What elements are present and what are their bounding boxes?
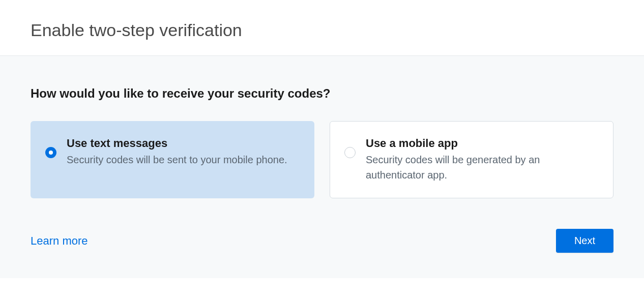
options-row: Use text messages Security codes will be… bbox=[31, 121, 613, 198]
option-description: Security codes will be sent to your mobi… bbox=[67, 152, 299, 167]
question-heading: How would you like to receive your secur… bbox=[31, 86, 613, 101]
option-mobile-app[interactable]: Use a mobile app Security codes will be … bbox=[330, 121, 613, 198]
option-description: Security codes will be generated by an a… bbox=[366, 152, 598, 183]
page-title: Enable two-step verification bbox=[31, 20, 613, 40]
radio-icon bbox=[344, 147, 356, 158]
header-section: Enable two-step verification bbox=[0, 0, 644, 56]
option-title: Use text messages bbox=[67, 137, 299, 150]
option-title: Use a mobile app bbox=[366, 137, 598, 150]
content-section: How would you like to receive your secur… bbox=[0, 56, 644, 278]
option-text-messages[interactable]: Use text messages Security codes will be… bbox=[31, 121, 314, 198]
learn-more-link[interactable]: Learn more bbox=[31, 234, 88, 248]
radio-icon bbox=[45, 147, 56, 158]
option-text-content: Use text messages Security codes will be… bbox=[67, 137, 299, 167]
footer-row: Learn more Next bbox=[31, 229, 613, 253]
option-text-content: Use a mobile app Security codes will be … bbox=[366, 137, 598, 183]
next-button[interactable]: Next bbox=[556, 229, 613, 253]
